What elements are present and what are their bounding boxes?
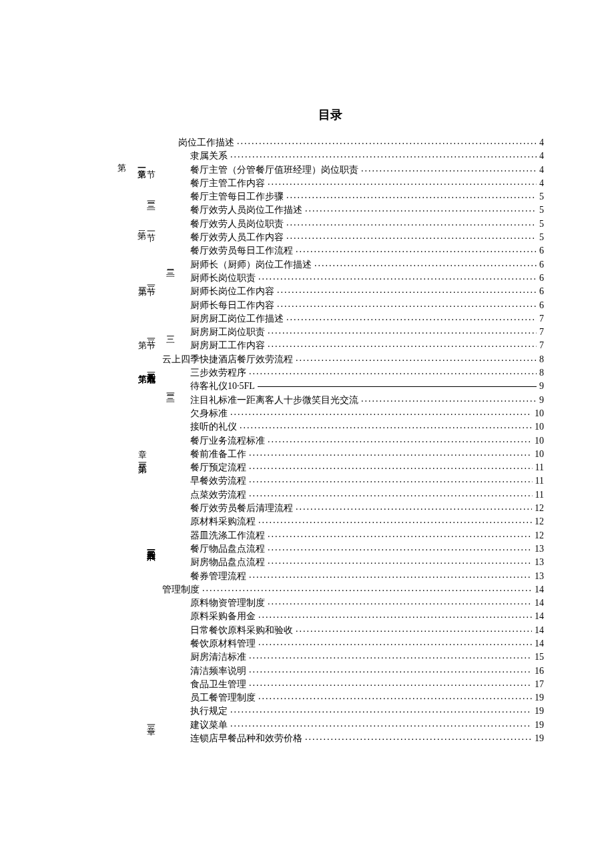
toc-page: 6 [539,244,544,258]
toc-label: 厨房厨工工作内容 [190,339,265,352]
toc-entry: 餐厅效劳员每日工作流程6 [117,244,544,258]
toc-label: 原料采购备用金 [190,610,256,623]
toc-entry: 原料物资管理制度14 [117,596,544,610]
toc-label: 餐前准备工作 [190,448,246,461]
toc-label: 餐厅效劳人员工作内容 [190,231,284,244]
toc-leader [361,162,537,175]
toc-label: 厨师长岗位职责 [190,272,256,285]
toc-entry: 岗位工作描述4 [117,136,544,149]
toc-leader [361,392,537,406]
toc-leader [249,663,532,677]
toc-label: 餐厅主管（分管餐厅值班经理）岗位职责 [190,163,358,177]
toc-label: 器皿洗涤工作流程 [190,529,265,542]
toc-leader [230,717,532,731]
toc-leader [258,636,532,649]
toc-label: 厨房清洁标准 [190,650,246,664]
toc-label: 餐厅物品盘点流程 [190,542,265,556]
toc-label: 餐厅主管每日工作步骤 [190,190,284,203]
toc-label: 清洁频率说明 [190,665,246,678]
toc-leader [258,386,537,387]
toc-page: 7 [539,312,544,326]
toc-leader [268,595,532,608]
toc-entry: 厨师长每日工作内容6 [117,299,544,312]
toc-entry: 厨房厨工岗位工作描述7 [117,312,544,326]
toc-entry: 隶属关系4 [117,149,544,163]
toc-entry: 点菜效劳流程11 [117,488,544,502]
toc-label: 餐厅业务流程标准 [190,434,265,448]
toc-label: 注目礼标准一距离客人十步微笑目光交流 [190,394,358,407]
toc-entry: 厨师长（厨师）岗位工作描述6 [117,258,544,272]
toc-entry: 早餐效劳流程11 [117,474,544,488]
toc-entry: 厨房厨工岗位职责7 [117,326,544,339]
toc-entry: 原材料采购流程12 [117,515,544,528]
toc-entry: 连锁店早餐品种和效劳价格19 [117,732,544,745]
toc-entry: 餐厅主管（分管餐厅值班经理）岗位职责4 [117,163,544,177]
toc-entry: 餐饮原材料管理14 [117,637,544,650]
toc-leader [230,703,532,717]
toc-leader [202,582,532,595]
toc-leader [286,189,537,202]
toc-leader [277,298,537,311]
toc-page: 11 [535,461,544,474]
toc-page: 14 [535,596,544,610]
toc-leader [268,175,537,189]
toc-label: 厨师长每日工作内容 [190,299,274,312]
toc-entry: 建议菜单19 [117,719,544,732]
toc-label: 云上四季快捷酒店餐厅效劳流程 [162,353,293,366]
toc-page: 17 [535,678,544,691]
toc-entry: 厨房厨工工作内容7 [117,339,544,352]
toc-leader [286,230,537,243]
toc-entry: 三步效劳程序8 [117,366,544,380]
toc-page: 15 [535,650,544,664]
toc-label: 隶属关系 [190,149,228,163]
toc-entry: 餐厅效劳员餐后清理流程12 [117,502,544,515]
toc-leader [237,135,537,148]
toc-entry: 厨房清洁标准15 [117,650,544,664]
toc-entry: 欠身标准10 [117,407,544,420]
toc-leader [258,690,532,703]
toc-leader [296,500,532,514]
toc-leader [277,284,537,297]
toc-leader [305,731,532,744]
toc-label: 日常餐饮原料采购和验收 [190,624,293,637]
toc-page: 14 [535,583,544,596]
toc-entry: 餐厅物品盘点流程13 [117,542,544,556]
toc-label: 餐券管理流程 [190,570,246,583]
toc-label: 食品卫生管理 [190,678,246,691]
toc-label: 待客礼仪10·5FL [190,380,255,393]
toc-entry: 注目礼标准一距离客人十步微笑目光交流9 [117,394,544,407]
toc-page: 10 [535,420,544,434]
toc-entry: 餐厅业务流程标准10 [117,434,544,448]
toc-label: 厨房厨工岗位工作描述 [190,312,284,326]
toc-leader [230,406,532,419]
toc-page: 4 [539,149,544,163]
toc-leader [258,514,532,527]
toc-entry: 管理制度14 [117,583,544,596]
toc-entry: 接听的礼仪10 [117,420,544,434]
toc-page: 14 [535,637,544,650]
toc-page: 9 [539,380,544,393]
toc-page: 19 [535,732,544,745]
toc-page: 10 [535,407,544,420]
toc-leader [268,528,532,541]
toc-leader [249,460,533,473]
toc-leader [286,311,537,324]
toc-label: 三步效劳程序 [190,366,246,380]
toc-page: 13 [535,556,544,569]
toc-leader [268,324,537,338]
toc-page: 4 [539,136,544,149]
toc-entry: 餐券管理流程13 [117,570,544,583]
toc-label: 岗位工作描述 [178,136,234,149]
toc-entry: 待客礼仪10·5FL9 [117,380,544,393]
toc-leader [249,487,533,500]
toc-entry: 云上四季快捷酒店餐厅效劳流程8 [117,353,544,366]
toc-list: 岗位工作描述4隶属关系4餐厅主管（分管餐厅值班经理）岗位职责4餐厅主管工作内容4… [117,136,544,745]
toc-leader [249,568,532,582]
toc-page: 5 [539,203,544,217]
toc-page: 16 [535,665,544,678]
toc-label: 管理制度 [162,583,200,596]
toc-leader [296,352,537,365]
toc-entry: 厨房物品盘点流程13 [117,556,544,569]
toc-page: 19 [535,705,544,718]
toc-label: 厨房物品盘点流程 [190,556,265,569]
